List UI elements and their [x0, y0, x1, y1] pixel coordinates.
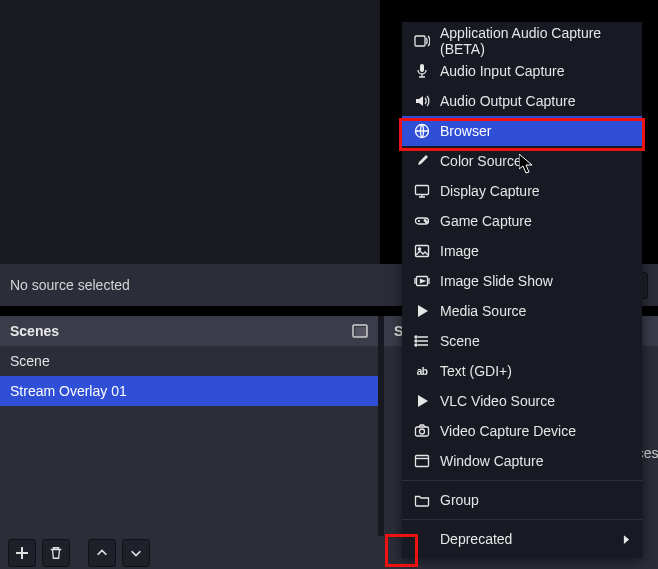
menu-item-label: Application Audio Capture (BETA) — [440, 25, 630, 57]
svg-point-16 — [415, 344, 417, 346]
menu-item-deprecated[interactable]: Deprecated — [402, 524, 642, 554]
menu-item-video-capture[interactable]: Video Capture Device — [402, 416, 642, 446]
scene-row[interactable]: Scene — [0, 346, 378, 376]
add-scene-button[interactable] — [8, 539, 36, 567]
menu-separator — [402, 480, 642, 481]
svg-rect-19 — [416, 456, 429, 467]
globe-icon — [414, 123, 430, 139]
menu-item-browser[interactable]: Browser — [402, 116, 642, 146]
app-audio-icon — [414, 33, 430, 49]
menu-item-app-audio[interactable]: Application Audio Capture (BETA) — [402, 26, 642, 56]
menu-item-label: Group — [440, 492, 479, 508]
source-status-text: No source selected — [10, 277, 449, 293]
svg-point-10 — [426, 221, 428, 223]
menu-item-label: Video Capture Device — [440, 423, 576, 439]
svg-point-12 — [418, 248, 420, 250]
scene-row[interactable]: Stream Overlay 01 — [0, 376, 378, 406]
slideshow-icon — [414, 273, 430, 289]
list-icon — [414, 333, 430, 349]
speaker-icon — [414, 93, 430, 109]
menu-item-image-slideshow[interactable]: Image Slide Show — [402, 266, 642, 296]
svg-point-14 — [415, 336, 417, 338]
menu-item-label: Scene — [440, 333, 480, 349]
add-source-menu: Application Audio Capture (BETA) Audio I… — [402, 22, 642, 558]
folder-icon — [414, 492, 430, 508]
menu-item-scene[interactable]: Scene — [402, 326, 642, 356]
scenes-panel: Scenes Scene Stream Overlay 01 — [0, 316, 378, 536]
menu-item-label: VLC Video Source — [440, 393, 555, 409]
menu-item-label: Browser — [440, 123, 491, 139]
svg-rect-7 — [416, 186, 429, 195]
svg-rect-4 — [415, 36, 425, 46]
menu-item-label: Audio Input Capture — [440, 63, 565, 79]
play-icon — [414, 393, 430, 409]
menu-item-vlc-source[interactable]: VLC Video Source — [402, 386, 642, 416]
menu-item-label: Text (GDI+) — [440, 363, 512, 379]
move-scene-up-button[interactable] — [88, 539, 116, 567]
remove-scene-button[interactable] — [42, 539, 70, 567]
scenes-panel-header: Scenes — [0, 316, 378, 346]
menu-item-media-source[interactable]: Media Source — [402, 296, 642, 326]
menu-item-audio-input[interactable]: Audio Input Capture — [402, 56, 642, 86]
mic-icon — [414, 63, 430, 79]
menu-item-label: Image — [440, 243, 479, 259]
menu-item-group[interactable]: Group — [402, 485, 642, 515]
menu-item-text-gdi[interactable]: ab Text (GDI+) — [402, 356, 642, 386]
svg-rect-11 — [416, 246, 429, 257]
svg-rect-3 — [356, 328, 366, 336]
menu-separator — [402, 519, 642, 520]
text-icon: ab — [414, 363, 430, 379]
menu-item-label: Window Capture — [440, 453, 544, 469]
svg-point-15 — [415, 340, 417, 342]
camera-icon — [414, 423, 430, 439]
scenes-list[interactable]: Scene Stream Overlay 01 — [0, 346, 378, 536]
svg-rect-5 — [420, 64, 424, 72]
gamepad-icon — [414, 213, 430, 229]
play-icon — [414, 303, 430, 319]
dock-split-icon[interactable] — [352, 323, 368, 339]
scenes-title: Scenes — [10, 323, 59, 339]
menu-item-window-capture[interactable]: Window Capture — [402, 446, 642, 476]
menu-item-image[interactable]: Image — [402, 236, 642, 266]
menu-item-label: Audio Output Capture — [440, 93, 575, 109]
menu-item-label: Game Capture — [440, 213, 532, 229]
brush-icon — [414, 153, 430, 169]
menu-item-game-capture[interactable]: Game Capture — [402, 206, 642, 236]
menu-item-label: Media Source — [440, 303, 526, 319]
image-icon — [414, 243, 430, 259]
menu-item-label: Image Slide Show — [440, 273, 553, 289]
menu-item-label: Deprecated — [440, 531, 512, 547]
menu-item-audio-output[interactable]: Audio Output Capture — [402, 86, 642, 116]
menu-item-label: Display Capture — [440, 183, 540, 199]
menu-item-label: Color Source — [440, 153, 522, 169]
scene-row-label: Stream Overlay 01 — [10, 383, 127, 399]
move-scene-down-button[interactable] — [122, 539, 150, 567]
monitor-icon — [414, 183, 430, 199]
menu-item-color-source[interactable]: Color Source — [402, 146, 642, 176]
window-icon — [414, 453, 430, 469]
svg-point-18 — [420, 429, 425, 434]
scene-row-label: Scene — [10, 353, 50, 369]
menu-item-display-capture[interactable]: Display Capture — [402, 176, 642, 206]
submenu-arrow-icon — [623, 534, 630, 545]
